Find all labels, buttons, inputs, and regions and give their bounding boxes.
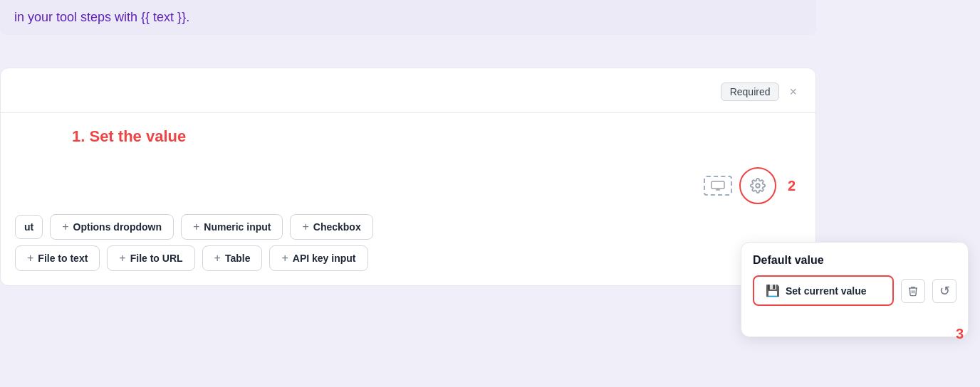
numeric-input-label: Numeric input [204,221,271,233]
tool-checkbox-button[interactable]: + Checkbox [290,214,372,240]
set-current-value-button[interactable]: 💾 Set current value [753,275,894,306]
toolbar-row-2: + File to text + File to URL + Table + A… [15,245,801,271]
toolbar: ut + Options dropdown + Numeric input + … [15,214,801,271]
gear-row: 2 [15,167,801,204]
floppy-icon: 💾 [766,284,780,297]
file-to-text-label: File to text [38,253,88,264]
delete-button[interactable] [901,279,925,303]
plus-icon: + [62,221,68,233]
tool-file-to-text-button[interactable]: + File to text [15,245,100,271]
main-container: in your tool steps with {{ text }}. Requ… [0,0,980,387]
tool-api-key-input-button[interactable]: + API key input [269,245,368,271]
plus-icon: + [281,252,288,265]
tool-table-button[interactable]: + Table [202,245,263,271]
checkbox-label: Checkbox [313,221,361,233]
undo-button[interactable]: ↺ [932,279,956,303]
default-value-popup: Default value 💾 Set current value ↺ 3 [741,242,969,337]
table-label: Table [225,253,251,264]
toolbar-row-1: ut + Options dropdown + Numeric input + … [15,214,801,240]
tool-numeric-input-button[interactable]: + Numeric input [181,214,283,240]
tool-options-dropdown-button[interactable]: + Options dropdown [50,214,174,240]
popup-title: Default value [753,254,956,267]
plus-icon: + [27,252,33,265]
info-banner: in your tool steps with {{ text }}. [0,0,816,35]
dashed-rect [704,176,732,196]
step-1-title: 1. Set the value [15,113,801,160]
banner-text: in your tool steps with {{ text }}. [14,10,189,24]
step-3-number: 3 [760,326,964,342]
set-current-label: Set current value [786,285,867,297]
plus-icon: + [193,221,199,233]
plus-icon: + [302,221,308,233]
close-button[interactable]: × [785,83,801,101]
options-dropdown-label: Options dropdown [73,221,162,233]
gear-button[interactable] [739,167,776,204]
output-label: ut [24,221,33,233]
tool-file-to-url-button[interactable]: + File to URL [107,245,194,271]
svg-rect-0 [711,181,724,189]
required-badge: Required [721,83,780,101]
tool-output-button[interactable]: ut [15,215,43,239]
api-key-label: API key input [293,253,356,264]
step-2-number: 2 [788,178,796,194]
required-row: Required × [15,83,801,101]
content-card: Required × 1. Set the value [0,68,816,286]
file-to-url-label: File to URL [130,253,183,264]
plus-icon: + [119,252,125,265]
popup-actions: 💾 Set current value ↺ [753,275,956,306]
plus-icon: + [214,252,221,265]
